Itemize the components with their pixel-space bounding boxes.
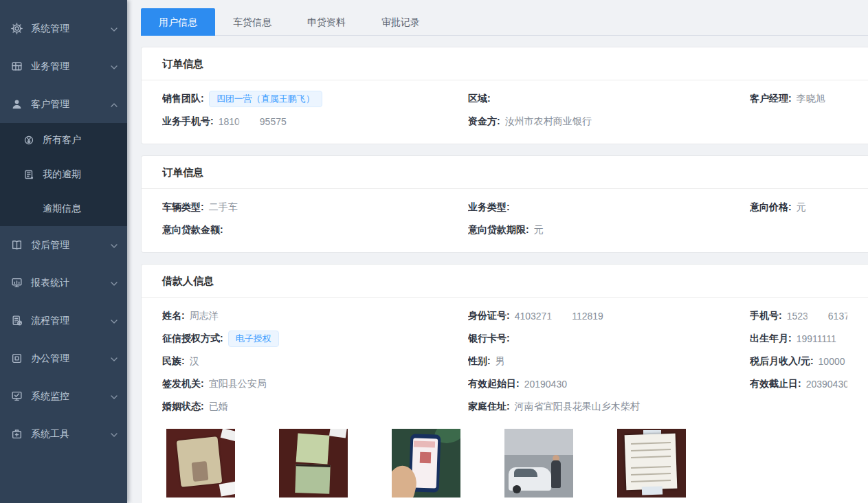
handwritten-document-photo-thumbnail[interactable]	[617, 429, 686, 498]
sidebar-item-label: 业务管理	[31, 60, 69, 73]
field-vehicle-type: 车辆类型: 二手车	[162, 196, 468, 219]
field-value: 二手车	[209, 201, 238, 214]
user-icon	[11, 98, 23, 110]
field-label: 意向贷款金额:	[162, 224, 223, 236]
sidebar-item-all-customers[interactable]: 所有客户	[0, 123, 127, 157]
field-label: 客户经理:	[750, 93, 792, 105]
photo-item: 整本户口本	[279, 429, 348, 503]
chevron-up-icon	[111, 99, 118, 110]
open-book-icon	[11, 239, 23, 251]
field-bank-card: 银行卡号:	[468, 327, 750, 350]
sidebar-item-system-management[interactable]: 系统管理	[0, 10, 127, 47]
empty-cell	[750, 219, 847, 241]
tab-approval-records[interactable]: 审批记录	[364, 8, 438, 36]
sidebar-item-overdue-info[interactable]: 逾期信息	[0, 192, 127, 226]
field-business-type: 业务类型:	[468, 196, 750, 219]
sidebar-item-label: 所有客户	[43, 134, 81, 146]
chevron-down-icon	[111, 61, 118, 72]
sidebar-item-system-monitoring[interactable]: 系统监控	[0, 377, 127, 415]
photo-item: 授权截图	[392, 429, 460, 503]
monitor-icon	[11, 277, 23, 289]
redaction-patch	[809, 311, 827, 321]
sidebar-item-office-management[interactable]: 办公管理	[0, 339, 127, 377]
field-account-manager: 客户经理: 李晓旭	[750, 87, 847, 110]
person-with-car-photo-thumbnail[interactable]	[504, 429, 573, 498]
field-label: 婚姻状态:	[162, 401, 204, 413]
field-value: 周志洋	[190, 310, 219, 322]
tab-loan-application-docs[interactable]: 申贷资料	[289, 8, 364, 36]
field-gender: 性别: 男	[468, 350, 750, 372]
sidebar: 系统管理 业务管理 客户管理 所有客户 我的逾期 逾期信息	[0, 0, 127, 503]
sidebar-item-label: 贷后管理	[31, 239, 69, 252]
sidebar-item-customer-management[interactable]: 客户管理	[0, 85, 127, 123]
field-birth-date: 出生年月: 19911111	[750, 327, 847, 350]
field-label: 意向贷款期限:	[468, 224, 529, 236]
field-value: 20190430	[524, 379, 567, 390]
credit-auth-tag: 电子授权	[228, 331, 279, 347]
gear-icon	[11, 23, 23, 34]
field-ethnicity: 民族: 汉	[162, 350, 468, 372]
photo-item: 人车合影	[504, 429, 573, 503]
field-monthly-income: 税后月收入/元: 10000	[750, 350, 847, 372]
card-title: 借款人信息	[142, 265, 868, 298]
customer-management-submenu: 所有客户 我的逾期 逾期信息	[0, 123, 127, 226]
field-value: 李晓旭	[797, 93, 825, 105]
field-value: 20390430	[806, 379, 847, 390]
field-label: 车辆类型:	[162, 201, 204, 214]
field-label: 签发机关:	[162, 378, 204, 390]
field-value: 19911111	[797, 333, 836, 344]
sidebar-item-postloan-management[interactable]: 贷后管理	[0, 226, 127, 264]
tab-label: 用户信息	[159, 16, 197, 27]
sidebar-item-my-overdue[interactable]: 我的逾期	[0, 157, 127, 192]
field-label: 手机号:	[750, 310, 782, 322]
field-value: 元	[534, 224, 544, 236]
field-value: 已婚	[209, 401, 228, 413]
chevron-down-icon	[111, 353, 118, 364]
field-intended-loan-amount: 意向贷款金额:	[162, 219, 468, 241]
field-label: 银行卡号:	[468, 333, 510, 345]
field-name: 姓名: 周志洋	[162, 304, 468, 327]
field-label: 身份证号:	[468, 310, 510, 322]
field-mobile-phone: 手机号: 15236137	[750, 304, 847, 327]
sales-team-tag[interactable]: 四团一营（直属王鹏飞）	[209, 91, 322, 107]
field-value: 181095575	[219, 116, 287, 127]
field-label: 业务类型:	[468, 201, 510, 214]
field-value: 汉	[190, 355, 199, 368]
id-card-photo-thumbnail[interactable]	[166, 429, 235, 498]
tab-user-info[interactable]: 用户信息	[141, 8, 215, 36]
empty-cell	[750, 395, 847, 418]
field-label: 性别:	[468, 355, 491, 368]
field-value: 汝州市农村商业银行	[505, 115, 592, 128]
card-title: 订单信息	[142, 156, 868, 189]
redaction-patch	[553, 311, 571, 321]
field-value: 10000	[819, 356, 845, 367]
sidebar-item-report-statistics[interactable]: 报表统计	[0, 264, 127, 302]
field-label: 有效截止日:	[750, 378, 801, 390]
sidebar-item-system-tools[interactable]: 系统工具	[0, 415, 127, 453]
sidebar-item-label: 报表统计	[31, 277, 69, 289]
chevron-down-icon	[111, 23, 118, 34]
workflow-icon	[11, 315, 23, 326]
tab-label: 审批记录	[381, 16, 420, 27]
sidebar-item-label: 流程管理	[31, 315, 69, 327]
sidebar-item-business-management[interactable]: 业务管理	[0, 47, 127, 85]
sidebar-item-label: 系统监控	[31, 390, 69, 403]
phone-authorization-photo-thumbnail[interactable]	[392, 429, 460, 498]
chevron-down-icon	[111, 391, 118, 402]
field-label: 家庭住址:	[468, 401, 510, 413]
grid-icon	[11, 60, 23, 72]
sidebar-item-label: 客户管理	[31, 98, 69, 111]
sidebar-item-label: 逾期信息	[43, 203, 81, 215]
field-intended-loan-term: 意向贷款期限: 元	[468, 219, 750, 241]
green-booklet-photo-thumbnail[interactable]	[279, 429, 348, 498]
sidebar-item-process-management[interactable]: 流程管理	[0, 302, 127, 339]
field-label: 业务手机号:	[162, 115, 214, 128]
field-sales-team: 销售团队: 四团一营（直属王鹏飞）	[162, 87, 468, 110]
field-label: 征信授权方式:	[162, 333, 223, 345]
field-home-address: 家庭住址: 河南省宜阳县花果山乡木柴村	[468, 395, 750, 418]
main-content: 用户信息 车贷信息 申贷资料 审批记录 订单信息 销售团队: 四团一营（直属王鹏…	[127, 0, 868, 503]
tab-car-loan-info[interactable]: 车贷信息	[215, 8, 289, 36]
field-intended-price: 意向价格: 元	[750, 196, 847, 219]
field-label: 姓名:	[162, 310, 185, 322]
field-label: 销售团队:	[162, 93, 204, 105]
